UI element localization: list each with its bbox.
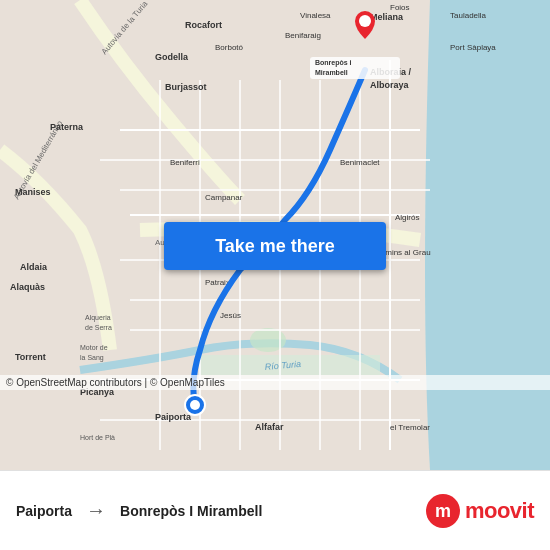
svg-text:Alaquàs: Alaquàs [10,282,45,292]
svg-text:Torrent: Torrent [15,352,46,362]
svg-text:Alqueria: Alqueria [85,314,111,322]
route-to: Bonrepòs I Mirambell [120,503,262,519]
from-label: Paiporta [16,503,72,519]
svg-text:Mirambell: Mirambell [315,69,348,76]
svg-point-57 [190,400,200,410]
svg-text:Manises: Manises [15,187,51,197]
svg-text:Jesús: Jesús [220,311,241,320]
svg-text:Borbotó: Borbotó [215,43,244,52]
svg-point-58 [359,15,371,27]
map-attribution: © OpenStreetMap contributors | © OpenMap… [0,375,550,390]
svg-text:Rocafort: Rocafort [185,20,222,30]
svg-text:Paiporta: Paiporta [155,412,192,422]
bottom-bar: Paiporta → Bonrepòs I Mirambell m moovit [0,470,550,550]
svg-text:Foios: Foios [390,3,410,12]
take-me-there-button[interactable]: Take me there [164,222,386,270]
svg-text:Port Sàplaya: Port Sàplaya [450,43,496,52]
svg-text:Algirós: Algirós [395,213,419,222]
svg-text:el Tremolar: el Tremolar [390,423,430,432]
svg-text:Bonrepòs i: Bonrepòs i [315,59,352,67]
moovit-brand-name: moovit [465,498,534,524]
svg-text:Campanar: Campanar [205,193,243,202]
svg-text:del Este: del Este [0,205,1,230]
map-container: Autovía del Mediterráneo Autovía de la T… [0,0,550,470]
svg-text:Benimaclet: Benimaclet [340,158,380,167]
svg-text:Motor de: Motor de [80,344,108,351]
svg-text:Alfafar: Alfafar [255,422,284,432]
svg-text:m: m [435,501,451,521]
svg-text:Meliana: Meliana [370,12,404,22]
to-label: Bonrepòs I Mirambell [120,503,262,519]
svg-text:Burjassot: Burjassot [165,82,207,92]
route-info: Paiporta → Bonrepòs I Mirambell [16,499,425,522]
svg-text:Beniferri: Beniferri [170,158,200,167]
svg-text:Paterna: Paterna [50,122,84,132]
moovit-logo: m moovit [425,493,534,529]
route-arrow: → [86,499,106,522]
svg-text:Hort de Plà: Hort de Plà [80,434,115,441]
svg-text:la Sang: la Sang [80,354,104,362]
svg-text:Aldaia: Aldaia [20,262,48,272]
moovit-icon: m [425,493,461,529]
route-from: Paiporta [16,503,72,519]
svg-text:Tauladella: Tauladella [450,11,487,20]
svg-text:Benifaraig: Benifaraig [285,31,321,40]
svg-text:Godella: Godella [155,52,189,62]
svg-text:Alboraya: Alboraya [370,80,410,90]
svg-text:Vinalesa: Vinalesa [300,11,331,20]
svg-text:de Serra: de Serra [85,324,112,331]
